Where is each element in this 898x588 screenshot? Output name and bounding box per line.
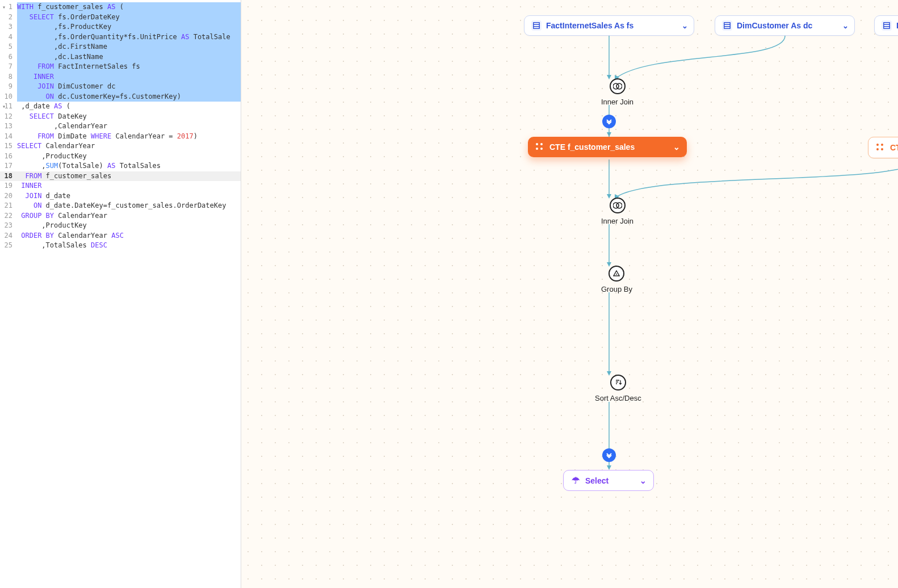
code-line[interactable]: 24 ORDER BY CalendarYear ASC xyxy=(0,231,241,241)
edges-svg xyxy=(241,0,898,588)
code-content: ,ProductKey xyxy=(17,221,241,231)
op-node-o1[interactable]: Inner Join xyxy=(601,78,633,106)
op-node-o5[interactable]: Sort Asc/Desc xyxy=(595,375,641,402)
chevron-down-icon[interactable]: ⌄ xyxy=(673,142,680,152)
table-node-t2[interactable]: DimCustomer As dc⌄ xyxy=(715,15,855,36)
line-number: 5 xyxy=(0,42,17,52)
code-line[interactable]: 7 FROM FactInternetSales fs xyxy=(0,62,241,72)
query-canvas[interactable]: FactInternetSales As fs⌄DimCustomer As d… xyxy=(241,0,898,588)
code-line[interactable]: 3 ,fs.ProductKey xyxy=(0,22,241,32)
svg-rect-15 xyxy=(725,23,730,24)
cte-label: CTE f_customer_sales xyxy=(549,142,635,152)
table-icon xyxy=(531,20,542,31)
code-content: ,fs.OrderQuantity*fs.UnitPrice AS TotalS… xyxy=(17,32,241,43)
op-node-o4[interactable]: Group By xyxy=(601,266,632,293)
code-content: ,TotalSales DESC xyxy=(17,241,241,251)
code-content: ,CalendarYear xyxy=(17,121,241,132)
code-content: JOIN DimCustomer dc xyxy=(17,82,241,92)
op-label: Inner Join xyxy=(601,217,633,225)
line-number: 6 xyxy=(0,52,17,62)
svg-rect-11 xyxy=(534,23,539,24)
code-content: ON d_date.DateKey=f_customer_sales.Order… xyxy=(17,201,241,211)
code-line[interactable]: 9 JOIN DimCustomer dc xyxy=(0,82,241,92)
svg-rect-17 xyxy=(725,27,730,28)
svg-marker-9 xyxy=(607,465,611,470)
code-line[interactable]: 21 ON d_date.DateKey=f_customer_sales.Or… xyxy=(0,201,241,211)
sql-editor[interactable]: 1▾WITH f_customer_sales AS (2 SELECT fs.… xyxy=(0,0,241,588)
select-icon: ☂ xyxy=(572,475,580,486)
line-number: 12 xyxy=(0,112,17,122)
code-content: ,fs.ProductKey xyxy=(17,22,241,32)
line-number: 1▾ xyxy=(0,2,17,12)
chevron-down-icon: ⌄ xyxy=(640,476,647,485)
code-line[interactable]: 15SELECT CalendarYear xyxy=(0,141,241,152)
svg-point-25 xyxy=(616,203,622,208)
table-node-t3[interactable]: DimDate⌄ xyxy=(874,15,898,36)
select-node[interactable]: ☂ Select ⌄ xyxy=(563,470,654,491)
line-number: 24 xyxy=(0,231,17,241)
line-number: 22 xyxy=(0,211,17,221)
line-number: 23 xyxy=(0,221,17,231)
code-line[interactable]: 25 ,TotalSales DESC xyxy=(0,241,241,251)
cte-node-c2[interactable]: CTE d_date⌄ xyxy=(868,137,898,158)
join-icon xyxy=(610,198,626,213)
code-line[interactable]: 1▾WITH f_customer_sales AS ( xyxy=(0,2,241,12)
code-line[interactable]: 5 ,dc.FirstName xyxy=(0,42,241,52)
svg-rect-21 xyxy=(884,27,889,28)
op-node-o3[interactable]: Inner Join xyxy=(601,198,633,225)
code-line[interactable]: 19 INNER xyxy=(0,181,241,191)
code-content: ,dc.FirstName xyxy=(17,42,241,52)
code-line[interactable]: 8 INNER xyxy=(0,72,241,82)
code-line[interactable]: 22 GROUP BY CalendarYear xyxy=(0,211,241,221)
table-icon xyxy=(882,20,892,31)
collapse-dot[interactable] xyxy=(602,448,616,462)
op-label: Inner Join xyxy=(601,98,633,106)
code-line[interactable]: 12 SELECT DateKey xyxy=(0,112,241,122)
code-content: INNER xyxy=(17,72,241,82)
svg-rect-20 xyxy=(884,25,889,26)
svg-marker-3 xyxy=(607,132,611,137)
svg-rect-12 xyxy=(534,25,539,26)
code-line[interactable]: 4 ,fs.OrderQuantity*fs.UnitPrice AS Tota… xyxy=(0,32,241,43)
svg-point-23 xyxy=(616,83,622,89)
code-line[interactable]: 18 FROM f_customer_sales xyxy=(0,171,241,182)
code-line[interactable]: 11▾ ,d_date AS ( xyxy=(0,102,241,112)
chevron-down-icon xyxy=(606,452,612,459)
code-line[interactable]: 6 ,dc.LastName xyxy=(0,52,241,62)
svg-rect-19 xyxy=(884,23,889,24)
line-number: 18 xyxy=(0,171,17,182)
cte-node-c1[interactable]: CTE f_customer_sales⌄ xyxy=(528,137,687,157)
fold-icon[interactable]: ▾ xyxy=(2,2,6,12)
code-line[interactable]: 17 ,SUM(TotalSale) AS TotalSales xyxy=(0,161,241,171)
select-label: Select xyxy=(585,476,609,485)
op-label: Group By xyxy=(601,285,632,293)
line-number: 10 xyxy=(0,92,17,102)
code-line[interactable]: 16 ,ProductKey xyxy=(0,152,241,162)
table-node-t1[interactable]: FactInternetSales As fs⌄ xyxy=(524,15,694,36)
code-content: FROM FactInternetSales fs xyxy=(17,62,241,72)
line-number: 8 xyxy=(0,72,17,82)
code-line[interactable]: 2 SELECT fs.OrderDateKey xyxy=(0,12,241,23)
code-line[interactable]: 13 ,CalendarYear xyxy=(0,121,241,132)
line-number: 21 xyxy=(0,201,17,211)
collapse-dot[interactable] xyxy=(602,115,616,128)
code-content: ,ProductKey xyxy=(17,152,241,162)
code-content: SELECT CalendarYear xyxy=(17,141,241,152)
line-number: 13 xyxy=(0,121,17,132)
chevron-down-icon[interactable]: ⌄ xyxy=(682,22,688,30)
code-line[interactable]: 23 ,ProductKey xyxy=(0,221,241,231)
line-number: 4 xyxy=(0,32,17,43)
line-number: 20 xyxy=(0,191,17,201)
fold-icon[interactable]: ▾ xyxy=(2,102,6,112)
op-label: Sort Asc/Desc xyxy=(595,394,641,402)
table-label: FactInternetSales As fs xyxy=(546,21,633,30)
group-icon xyxy=(609,266,624,282)
code-line[interactable]: 10 ON dc.CustomerKey=fs.CustomerKey) xyxy=(0,92,241,102)
table-icon xyxy=(722,20,732,31)
chevron-down-icon[interactable]: ⌄ xyxy=(842,22,849,30)
grip-icon xyxy=(876,144,884,152)
code-line[interactable]: 14 FROM DimDate WHERE CalendarYear = 201… xyxy=(0,132,241,142)
code-line[interactable]: 20 JOIN d_date xyxy=(0,191,241,201)
line-number: 15 xyxy=(0,141,17,152)
code-content: GROUP BY CalendarYear xyxy=(17,211,241,221)
